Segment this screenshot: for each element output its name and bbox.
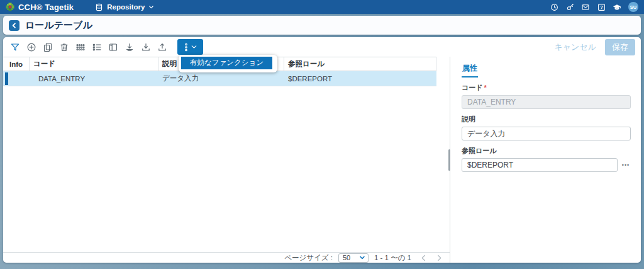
grid-icon[interactable]: [75, 42, 86, 52]
toolbar: キャンセル 保存: [3, 37, 641, 57]
delete-icon[interactable]: [59, 42, 69, 52]
table-row[interactable]: DATA_ENTRY データ入力 $DEREPORT: [3, 71, 436, 86]
help-icon[interactable]: ?: [597, 3, 606, 11]
content-area: Info コード 説明 参照ロール DATA_ENTRY データ入力 $DERE…: [3, 57, 641, 263]
title-bar: ロールテーブル: [3, 16, 641, 35]
kebab-icon: [184, 42, 189, 52]
selected-row-indicator: [5, 72, 8, 85]
required-mark: *: [484, 84, 487, 91]
more-actions-button[interactable]: [177, 39, 203, 55]
column-header-info[interactable]: Info: [3, 57, 30, 71]
table-region: Info コード 説明 参照ロール DATA_ENTRY データ入力 $DERE…: [3, 57, 450, 263]
repository-menu-label: Repository: [107, 3, 145, 11]
filter-icon[interactable]: [10, 42, 20, 52]
top-navbar: CCH® Tagetik Repository: [0, 0, 644, 14]
pagination-range: 1 - 1 〜の 1: [374, 253, 411, 263]
column-header-code[interactable]: コード: [30, 57, 158, 71]
user-avatar[interactable]: SU: [628, 2, 638, 12]
ref-role-field-label: 参照ロール: [462, 146, 631, 156]
row-ref-role-cell: $DEREPORT: [284, 71, 436, 86]
description-field-label: 説明: [462, 115, 631, 124]
chevron-down-icon: [359, 255, 365, 261]
form-actions: キャンセル 保存: [554, 39, 641, 55]
next-page-icon[interactable]: [436, 255, 442, 261]
navbar-actions: ? SU: [550, 2, 638, 12]
ref-role-field-row: •••: [462, 158, 631, 172]
pagination-bar: ページサイズ : 50 1 - 1 〜の 1: [3, 252, 450, 263]
chevron-down-icon: [148, 4, 154, 10]
tab-attributes[interactable]: 属性: [462, 62, 478, 77]
splitter-handle[interactable]: [448, 149, 450, 171]
svg-text:?: ?: [600, 4, 603, 10]
clock-icon[interactable]: [550, 3, 558, 11]
cancel-button[interactable]: キャンセル: [554, 42, 596, 53]
page-size-label: ページサイズ :: [284, 253, 333, 263]
checklist-icon[interactable]: [92, 42, 102, 52]
back-button[interactable]: [9, 20, 19, 31]
row-description-cell: データ入力: [158, 71, 284, 86]
row-code-cell: DATA_ENTRY: [30, 71, 158, 86]
page-size-value: 50: [343, 254, 350, 261]
mail-icon[interactable]: [581, 3, 590, 11]
upload-icon[interactable]: [157, 42, 167, 52]
attributes-panel: 属性 コード* 説明 参照ロール •••: [450, 57, 641, 263]
column-header-ref-role[interactable]: 参照ロール: [284, 57, 436, 71]
prev-page-icon[interactable]: [421, 255, 426, 261]
code-field-label: コード*: [462, 83, 631, 93]
add-icon[interactable]: [26, 42, 36, 52]
save-button[interactable]: 保存: [605, 39, 635, 55]
code-field[interactable]: [462, 95, 631, 109]
wolters-kluwer-logo-icon: [6, 3, 14, 11]
brand-name: CCH® Tagetik: [18, 3, 74, 12]
brand: CCH® Tagetik: [6, 3, 74, 12]
ref-role-field[interactable]: [462, 158, 618, 172]
ref-role-more-button[interactable]: •••: [621, 158, 631, 172]
tooltip-text: 有効なファンクション: [181, 57, 272, 69]
tooltip: 有効なファンクション: [179, 55, 277, 72]
database-icon: [95, 3, 103, 11]
chevron-down-icon: [191, 43, 197, 50]
description-field[interactable]: [462, 127, 631, 140]
import-icon[interactable]: [125, 42, 135, 52]
download-icon[interactable]: [141, 42, 151, 52]
main-card: キャンセル 保存 有効なファンクション Info コード 説明 参照ロール DA…: [3, 37, 641, 263]
academy-icon[interactable]: [613, 3, 621, 11]
back-chevron-icon: [11, 22, 18, 29]
copy-icon[interactable]: [43, 42, 53, 52]
repository-menu[interactable]: Repository: [95, 3, 154, 11]
pagination-nav: [421, 255, 442, 261]
key-icon[interactable]: [565, 3, 574, 11]
panel-icon[interactable]: [108, 42, 118, 52]
page-title: ロールテーブル: [25, 20, 92, 31]
page-size-select[interactable]: 50: [338, 253, 369, 263]
